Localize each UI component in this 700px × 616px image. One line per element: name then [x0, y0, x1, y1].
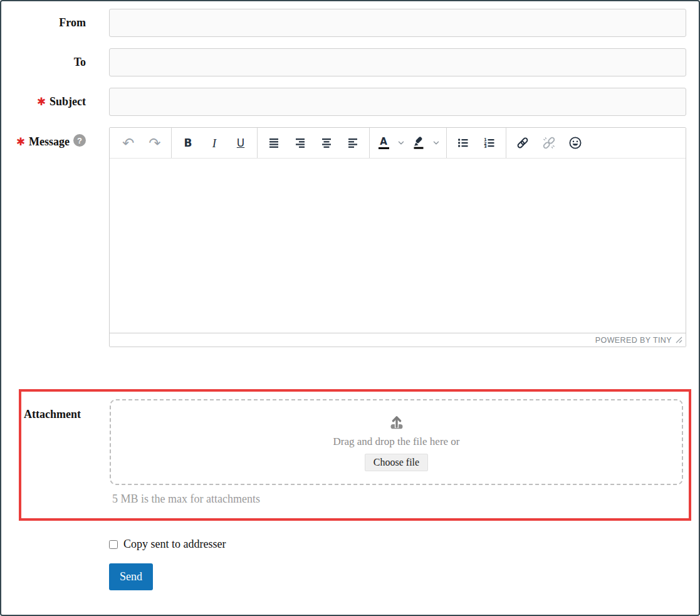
align-center-icon — [319, 135, 334, 150]
attachment-label: Attachment — [24, 399, 85, 485]
history-group: ↶ ↷ — [112, 128, 171, 158]
align-group — [257, 128, 369, 158]
bold-icon: B — [184, 138, 192, 149]
subject-label: ✱ Subject — [1, 88, 86, 116]
align-right-icon — [293, 135, 308, 150]
attachment-highlight-box: Attachment Drag and drop the file here o… — [19, 389, 691, 521]
dropzone-text: Drag and drop the file here or — [333, 436, 459, 448]
message-row: ✱ Message ? ↶ ↷ — [1, 127, 686, 347]
text-color-button[interactable]: A — [373, 131, 394, 155]
chevron-down-icon — [396, 138, 406, 148]
from-input[interactable] — [109, 9, 686, 37]
message-edit-area[interactable] — [110, 159, 686, 333]
required-asterisk: ✱ — [37, 97, 46, 107]
compose-email-page: From To ✱ Subject ✱ Message ? — [0, 0, 700, 616]
link-button[interactable] — [509, 131, 536, 155]
unlink-button[interactable] — [536, 131, 562, 155]
text-color-menu-button[interactable] — [394, 131, 408, 155]
text-color-icon: A — [379, 137, 389, 150]
from-label: From — [1, 9, 86, 37]
to-input[interactable] — [109, 48, 686, 76]
redo-icon: ↷ — [149, 136, 160, 150]
underline-icon: U — [237, 138, 244, 149]
insert-group — [506, 128, 592, 158]
resize-grip-icon — [676, 337, 682, 343]
chevron-down-icon — [431, 138, 441, 148]
undo-icon: ↶ — [122, 136, 134, 150]
numbered-list-icon: 1 2 3 — [482, 135, 497, 150]
underline-button[interactable]: U — [227, 131, 254, 155]
align-right-button[interactable] — [287, 131, 313, 155]
bullet-list-button[interactable] — [450, 131, 476, 155]
subject-row: ✱ Subject — [1, 88, 686, 116]
message-label: ✱ Message ? — [1, 127, 86, 347]
link-icon — [515, 135, 530, 150]
bullet-list-icon — [456, 135, 471, 150]
numbered-list-button[interactable]: 1 2 3 — [476, 131, 503, 155]
message-label-text: Message — [29, 135, 70, 149]
unlink-icon — [541, 135, 556, 150]
send-button[interactable]: Send — [109, 563, 153, 590]
background-color-icon — [411, 135, 426, 150]
help-icon[interactable]: ? — [73, 134, 86, 147]
redo-button[interactable]: ↷ — [142, 131, 168, 155]
list-group: 1 2 3 — [446, 128, 506, 158]
to-row: To — [1, 48, 686, 76]
align-center-button[interactable] — [313, 131, 340, 155]
italic-button[interactable]: I — [201, 131, 227, 155]
attachment-size-hint: 5 MB is the max for attachments — [112, 493, 683, 506]
subject-label-text: Subject — [50, 95, 86, 108]
powered-by-tiny-label: POWERED BY TINY — [595, 336, 672, 345]
copy-checkbox-label[interactable]: Copy sent to addresser — [123, 538, 226, 551]
attachment-row: Attachment Drag and drop the file here o… — [24, 399, 683, 485]
from-row: From — [1, 9, 686, 37]
svg-text:3: 3 — [484, 144, 486, 149]
from-label-text: From — [59, 16, 86, 29]
to-label: To — [1, 48, 86, 76]
background-color-button[interactable] — [408, 131, 429, 155]
align-left-button[interactable] — [340, 131, 366, 155]
editor-statusbar: POWERED BY TINY — [110, 333, 686, 347]
message-editor: ↶ ↷ B I — [109, 127, 686, 347]
copy-option-row: Copy sent to addresser — [109, 538, 699, 551]
align-justify-button[interactable] — [261, 131, 287, 155]
color-group: A — [369, 128, 446, 158]
bold-button[interactable]: B — [175, 131, 201, 155]
background-color-menu-button[interactable] — [429, 131, 443, 155]
choose-file-button[interactable]: Choose file — [365, 454, 428, 471]
align-left-icon — [345, 135, 360, 150]
editor-resize-handle[interactable] — [676, 337, 682, 343]
emoji-button[interactable] — [562, 131, 588, 155]
format-group: B I U — [171, 128, 257, 158]
attachment-dropzone[interactable]: Drag and drop the file here or Choose fi… — [110, 399, 683, 485]
copy-checkbox[interactable] — [109, 540, 118, 549]
subject-input[interactable] — [109, 88, 686, 116]
undo-button[interactable]: ↶ — [115, 131, 142, 155]
to-label-text: To — [74, 56, 86, 69]
italic-icon: I — [212, 137, 216, 149]
required-asterisk: ✱ — [16, 137, 25, 147]
editor-toolbar: ↶ ↷ B I — [110, 128, 686, 159]
upload-icon — [387, 413, 406, 432]
emoji-icon — [568, 135, 583, 150]
align-justify-icon — [266, 135, 281, 150]
